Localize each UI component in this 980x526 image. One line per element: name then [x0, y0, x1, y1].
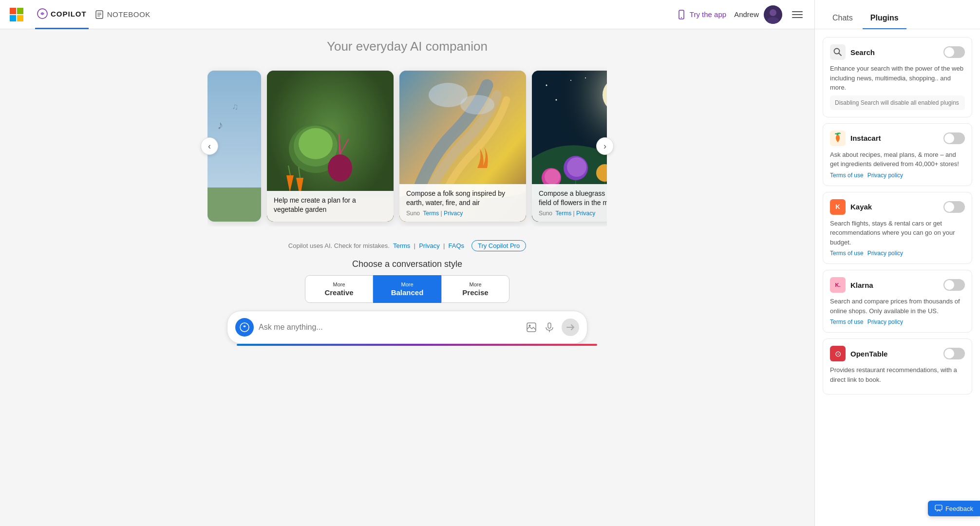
opentable-plugin-name: OpenTable: [850, 350, 887, 358]
kayak-toggle[interactable]: [943, 201, 965, 213]
card-caption-vegetables: Help me create a plan for a vegetable ga…: [267, 191, 394, 222]
carousel-card-vegetables[interactable]: Help me create a plan for a vegetable ga…: [267, 71, 394, 222]
image-input-button[interactable]: [526, 321, 537, 333]
privacy-link[interactable]: Privacy: [419, 242, 440, 249]
kayak-privacy-link[interactable]: Privacy policy: [867, 250, 903, 257]
right-panel: Chats Plugins Search Enhance your search…: [814, 0, 980, 526]
style-precise-button[interactable]: More Precise: [441, 275, 509, 303]
klarna-privacy-link[interactable]: Privacy policy: [867, 319, 903, 325]
svg-rect-3: [17, 15, 23, 21]
svg-point-10: [681, 17, 682, 18]
svg-line-60: [839, 54, 842, 56]
plugin-opentable-header: ⊙ OpenTable: [830, 346, 965, 361]
search-plugin-name: Search: [850, 48, 875, 56]
notebook-icon: [94, 10, 104, 19]
svg-rect-1: [17, 8, 23, 14]
style-balanced-button[interactable]: More Balanced: [373, 275, 441, 303]
plugin-kayak: K Kayak Search flights, stays & rental c…: [823, 192, 972, 264]
try-copilot-pro-button[interactable]: Try Copilot Pro: [471, 240, 526, 251]
progress-bar: [237, 344, 597, 346]
svg-rect-55: [527, 323, 536, 332]
plugin-search: Search Enhance your search with the powe…: [823, 37, 972, 117]
user-avatar: [764, 5, 782, 24]
chat-avatar-button[interactable]: [235, 318, 254, 337]
svg-point-45: [567, 157, 586, 177]
search-plugin-icon: [830, 44, 846, 60]
svg-text:♪: ♪: [217, 118, 223, 132]
tagline: Your everyday AI companion: [327, 39, 488, 54]
header: COPILOT NOTEBOOK Try the app Andrew: [0, 0, 814, 29]
copilot-nav-item[interactable]: COPILOT: [35, 0, 89, 29]
klarna-plugin-desc: Search and compare prices from thousands…: [830, 297, 965, 316]
ms-logo-area: [10, 8, 23, 21]
svg-rect-57: [548, 323, 551, 328]
send-button[interactable]: [562, 319, 579, 336]
terms-link[interactable]: Terms: [393, 242, 410, 249]
card-caption-text-flowers: Compose a bluegrass song about a field o…: [539, 189, 607, 208]
menu-button[interactable]: [790, 9, 805, 20]
instacart-privacy-link[interactable]: Privacy policy: [867, 172, 903, 179]
svg-point-32: [460, 95, 494, 114]
kayak-terms-link[interactable]: Terms of use: [830, 250, 864, 257]
microphone-button[interactable]: [544, 322, 555, 333]
instacart-plugin-icon: [830, 131, 846, 146]
feedback-button[interactable]: Feedback: [928, 501, 980, 516]
plugin-instacart-header: Instacart: [830, 131, 965, 146]
opentable-toggle[interactable]: [943, 348, 965, 359]
card-caption-text: Help me create a plan for a vegetable ga…: [274, 196, 387, 215]
plugin-opentable-title-row: ⊙ OpenTable: [830, 346, 887, 361]
conv-style-label: Choose a conversation style: [0, 259, 814, 269]
plugin-klarna: K. Klarna Search and compare prices from…: [823, 270, 972, 333]
klarna-toggle[interactable]: [943, 279, 965, 291]
try-app-button[interactable]: Try the app: [676, 9, 726, 20]
card-caption-meta-swirl: Suno Terms | Privacy: [406, 210, 519, 217]
card-caption-text-swirl: Compose a folk song inspired by earth, w…: [406, 189, 519, 208]
copilot-icon: [37, 8, 48, 19]
chat-input-field[interactable]: [259, 323, 521, 332]
svg-rect-15: [207, 188, 261, 222]
send-icon: [566, 323, 575, 332]
notebook-nav-label: NOTEBOOK: [107, 10, 151, 19]
instacart-toggle[interactable]: [943, 132, 965, 144]
svg-point-59: [834, 49, 840, 54]
opentable-plugin-desc: Provides restaurant recommendations, wit…: [830, 365, 965, 384]
instacart-plugin-links: Terms of use Privacy policy: [830, 172, 965, 179]
carousel: ‹ ♪: [198, 66, 617, 226]
card-caption-swirl: Compose a folk song inspired by earth, w…: [399, 184, 526, 222]
plugin-klarna-header: K. Klarna: [830, 277, 965, 293]
user-section[interactable]: Andrew: [734, 5, 782, 24]
page-body: Your everyday AI companion ‹: [0, 29, 814, 526]
carousel-card-swirl[interactable]: Compose a folk song inspired by earth, w…: [399, 71, 526, 222]
kayak-plugin-name: Kayak: [850, 203, 872, 211]
plugin-kayak-header: K Kayak: [830, 199, 965, 215]
plugin-instacart-title-row: Instacart: [830, 131, 881, 146]
kayak-plugin-links: Terms of use Privacy policy: [830, 250, 965, 257]
carousel-next-button[interactable]: ›: [596, 137, 614, 155]
svg-point-22: [328, 154, 352, 182]
search-toggle[interactable]: [943, 46, 965, 58]
tab-chats[interactable]: Chats: [825, 8, 861, 29]
avatar-image: [764, 5, 782, 24]
svg-line-23: [339, 134, 340, 154]
plugin-search-title-row: Search: [830, 44, 875, 60]
carousel-prev-button[interactable]: ‹: [201, 137, 218, 155]
notebook-nav-item[interactable]: NOTEBOOK: [89, 0, 156, 29]
chat-icon: [239, 322, 250, 333]
kayak-plugin-icon: K: [830, 199, 846, 215]
svg-point-39: [570, 80, 571, 81]
faqs-link[interactable]: FAQs: [449, 242, 465, 249]
panel-body: Search Enhance your search with the powe…: [815, 29, 980, 526]
search-icon: [833, 47, 843, 57]
conversation-style-section: Choose a conversation style More Creativ…: [0, 259, 814, 303]
klarna-terms-link[interactable]: Terms of use: [830, 319, 864, 325]
tab-plugins[interactable]: Plugins: [863, 8, 906, 29]
instacart-terms-link[interactable]: Terms of use: [830, 172, 864, 179]
plugin-opentable: ⊙ OpenTable Provides restaurant recommen…: [823, 338, 972, 394]
svg-point-56: [529, 325, 531, 327]
style-creative-button[interactable]: More Creative: [305, 275, 373, 303]
search-plugin-desc: Enhance your search with the power of th…: [830, 64, 965, 93]
svg-point-21: [299, 128, 333, 159]
carousel-card-flowers[interactable]: Compose a bluegrass song about a field o…: [532, 71, 607, 222]
chat-input-section: [217, 311, 597, 354]
card-caption-meta-flowers: Suno Terms | Privacy: [539, 210, 607, 217]
